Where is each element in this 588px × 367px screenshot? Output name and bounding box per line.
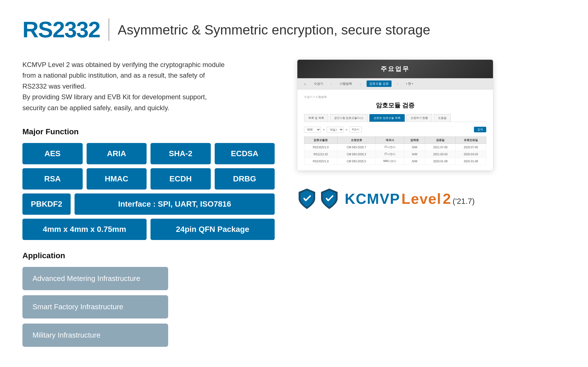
filter-sep2: ▾ bbox=[346, 128, 347, 131]
table-cell-0-0: RS2332V1.0 bbox=[304, 144, 337, 151]
table-cell-2-5: 2025-01-08 bbox=[456, 158, 486, 165]
table-row: RS2332V1.0CM 583-2025.5MM시연시N/W2020-01-0… bbox=[304, 158, 486, 165]
table-cell-1-5: 2026-03-03 bbox=[456, 151, 486, 158]
table-cell-0-2: IT시연시 bbox=[376, 144, 404, 151]
page-header: RS2332 Asymmetric & Symmetric encryption… bbox=[22, 17, 566, 43]
func-size: 4mm x 4mm x 0.75mm bbox=[22, 219, 147, 240]
major-function-title: Major Function bbox=[22, 127, 275, 136]
filter-select-1[interactable]: N/W bbox=[304, 127, 321, 133]
table-header-3: 업체명 bbox=[404, 137, 425, 144]
shield-icon-2 bbox=[320, 188, 339, 210]
app-ami: Advanced Metering Infrastructure bbox=[22, 267, 168, 290]
nav-item-2: 시험법목 bbox=[337, 80, 354, 87]
kcmvp-num: 2 bbox=[443, 191, 452, 207]
kcmvp-prefix: KCMVP bbox=[345, 191, 400, 207]
screenshot-mockup: 주요업무 ⌂ 수검기 - 시험법목 - 암호모듈 검증 - • 한 • 수검기 … bbox=[297, 59, 493, 171]
func-aria: ARIA bbox=[87, 143, 147, 164]
func-sha2: SHA-2 bbox=[151, 143, 211, 164]
header-subtitle: Asymmetric & Symmetric encryption, secur… bbox=[118, 22, 430, 38]
func-interface: Interface : SPI, UART, ISO7816 bbox=[75, 193, 275, 215]
sc-tab-4[interactable]: 요청하기 현황 bbox=[406, 114, 432, 122]
table-cell-1-3: N/W bbox=[404, 151, 425, 158]
function-row-3: PBKDF2 Interface : SPI, UART, ISO7816 bbox=[22, 193, 275, 215]
table-cell-1-0: RS1213-10 bbox=[304, 151, 337, 158]
header-divider bbox=[108, 19, 109, 41]
nav-sep-3: - bbox=[395, 81, 401, 87]
nav-home-icon: ⌂ bbox=[302, 81, 308, 87]
desc-line4: By providing SW library and EVB Kit for … bbox=[22, 93, 207, 101]
kcmvp-text-block: KCMVP Level 2 ('21.7) bbox=[345, 190, 475, 207]
table-cell-1-1: CM 583-2026.3 bbox=[337, 151, 376, 158]
table-cell-1-2: IT시연시 bbox=[376, 151, 404, 158]
table-cell-0-4: 2021-07-05 bbox=[425, 144, 456, 151]
kcmvp-section: KCMVP Level 2 ('21.7) bbox=[297, 182, 493, 216]
func-pbkdf2: PBKDF2 bbox=[22, 193, 71, 215]
filter-input[interactable]: 4년시 bbox=[349, 126, 362, 133]
table-cell-1-4: 2021-03-03 bbox=[425, 151, 456, 158]
func-drbg: DRBG bbox=[215, 168, 275, 190]
filter-sep: ▾ bbox=[323, 128, 325, 131]
desc-line2: from a national public institution, and … bbox=[22, 71, 205, 79]
left-panel: KCMVP Level 2 was obtained by verifying … bbox=[22, 59, 275, 352]
sc-tab-2[interactable]: 공인시험 암호모듈/시스 bbox=[330, 114, 368, 122]
table-cell-2-0: RS2332V1.0 bbox=[304, 158, 337, 165]
screenshot-body: 수검기 > 시험법목 암호모듈 검증 목록 및 목록 공인시험 암호모듈/시스 … bbox=[297, 89, 493, 170]
func-package: 24pin QFN Package bbox=[151, 219, 275, 240]
screenshot-tabs: 목록 및 목록 공인시험 암호모듈/시스 검증된 암호모듈 목록 요청하기 현황… bbox=[304, 114, 486, 122]
function-row-2: RSA HMAC ECDH DRBG bbox=[22, 168, 275, 190]
table-cell-0-3: N/W bbox=[404, 144, 425, 151]
product-name: RS2332 bbox=[22, 17, 100, 43]
table-header-1: 요청번호 bbox=[337, 137, 376, 144]
nav-sep-1: - bbox=[329, 81, 334, 87]
table-cell-0-1: CM 583-2026.7 bbox=[337, 144, 376, 151]
description-block: KCMVP Level 2 was obtained by verifying … bbox=[22, 59, 275, 113]
search-button[interactable]: 검색 bbox=[474, 127, 486, 132]
desc-line5: security can be applied safely, easily, … bbox=[22, 104, 169, 112]
desc-line1: KCMVP Level 2 was obtained by verifying … bbox=[22, 61, 224, 68]
sc-tab-1[interactable]: 목록 및 목록 bbox=[304, 114, 328, 122]
application-title: Application bbox=[22, 251, 275, 260]
table-cell-2-4: 2020-01-08 bbox=[425, 158, 456, 165]
kcmvp-year: ('21.7) bbox=[453, 197, 475, 206]
function-row-4: 4mm x 4mm x 0.75mm 24pin QFN Package bbox=[22, 219, 275, 240]
right-panel: 주요업무 ⌂ 수검기 - 시험법목 - 암호모듈 검증 - • 한 • 수검기 … bbox=[297, 59, 493, 352]
kcmvp-level-label-text: Level bbox=[401, 191, 441, 207]
func-ecdh: ECDH bbox=[151, 168, 211, 190]
table-row: RS1213-10CM 583-2026.3IT시연시N/W2021-03-03… bbox=[304, 151, 486, 158]
nav-item-active: 암호모듈 검증 bbox=[367, 80, 392, 87]
screenshot-page-title: 암호모듈 검증 bbox=[304, 101, 486, 110]
screenshot-table: 암호모듈명 요청번호 제외사 업체명 검증일 유효만료일 RS2332V1.0C… bbox=[304, 137, 486, 165]
table-header-4: 검증일 bbox=[425, 137, 456, 144]
shield-icon-1 bbox=[297, 188, 317, 210]
sc-tab-3[interactable]: 검증된 암호모듈 목록 bbox=[369, 114, 405, 122]
func-rsa: RSA bbox=[22, 168, 83, 190]
screenshot-header: 주요업무 bbox=[297, 60, 493, 78]
table-header-2: 제외사 bbox=[376, 137, 404, 144]
filter-select-2[interactable]: 제일시 bbox=[327, 127, 344, 133]
table-cell-2-3: N/W bbox=[404, 158, 425, 165]
table-header-0: 암호모듈명 bbox=[304, 137, 337, 144]
table-header-5: 유효만료일 bbox=[456, 137, 486, 144]
kcmvp-shields bbox=[297, 188, 339, 210]
func-hmac: HMAC bbox=[87, 168, 147, 190]
desc-line3: RS2332 was verified. bbox=[22, 82, 86, 90]
screenshot-filter-row: N/W ▾ 제일시 ▾ 4년시 검색 bbox=[304, 126, 486, 133]
func-aes: AES bbox=[22, 143, 83, 164]
nav-sep-2: - bbox=[358, 81, 363, 87]
table-cell-2-1: CM 583-2025.5 bbox=[337, 158, 376, 165]
app-military: Military Infrastructure bbox=[22, 324, 168, 347]
function-row-1: AES ARIA SHA-2 ECDSA bbox=[22, 143, 275, 164]
table-row: RS2332V1.0CM 583-2026.7IT시연시N/W2021-07-0… bbox=[304, 144, 486, 151]
sc-tab-5[interactable]: 도움말 bbox=[434, 114, 451, 122]
nav-more: • 한 • bbox=[404, 80, 415, 87]
screenshot-nav: ⌂ 수검기 - 시험법목 - 암호모듈 검증 - • 한 • bbox=[297, 78, 493, 89]
screenshot-breadcrumb: 수검기 > 시험법목 bbox=[304, 95, 486, 99]
application-section: Application Advanced Metering Infrastruc… bbox=[22, 251, 275, 347]
func-ecdsa: ECDSA bbox=[215, 143, 275, 164]
table-cell-2-2: MM시연시 bbox=[376, 158, 404, 165]
app-smart-factory: Smart Factory Infrastructure bbox=[22, 295, 168, 318]
table-cell-0-5: 2026-07-05 bbox=[456, 144, 486, 151]
nav-item-1: 수검기 bbox=[312, 80, 325, 87]
main-layout: KCMVP Level 2 was obtained by verifying … bbox=[22, 59, 566, 352]
